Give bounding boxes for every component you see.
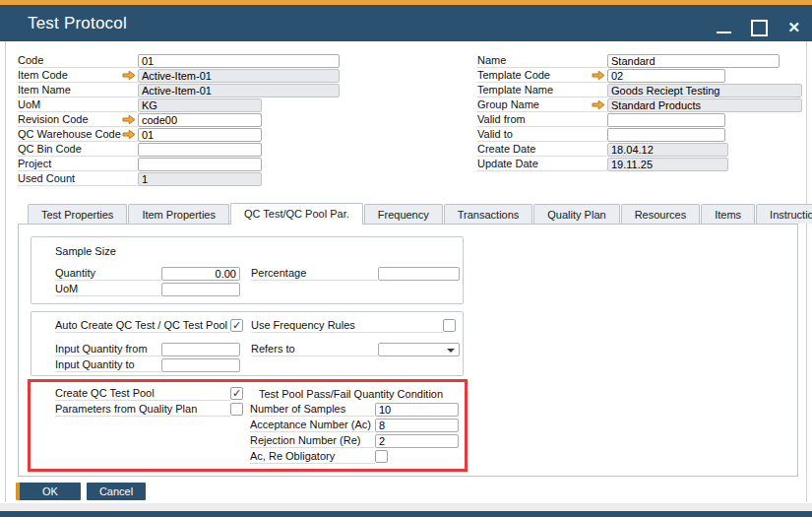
valid-to-input[interactable] bbox=[607, 128, 725, 142]
item-code-link-arrow-icon[interactable] bbox=[122, 70, 136, 81]
tab-instructions[interactable]: Instructions bbox=[756, 204, 812, 224]
field-row-valid-to: Valid to bbox=[477, 127, 802, 142]
item-code-input[interactable] bbox=[138, 69, 340, 83]
qc-warehouse-label: QC Warehouse Code bbox=[18, 128, 121, 140]
window-right-edge bbox=[806, 41, 807, 502]
qty-from-label: Input Quantity from bbox=[55, 343, 148, 355]
tab-quality-plan[interactable]: Quality Plan bbox=[533, 204, 619, 224]
field-row-sample-uom: UoM bbox=[55, 282, 240, 296]
valid-from-input[interactable] bbox=[607, 113, 725, 127]
revision-code-input[interactable] bbox=[138, 113, 262, 127]
auto-create-checkbox[interactable] bbox=[230, 319, 243, 332]
maximize-icon[interactable] bbox=[751, 20, 768, 36]
field-row-params-plan: Parameters from Quality Plan bbox=[55, 402, 243, 417]
field-row-name: Name bbox=[477, 53, 802, 68]
sample-uom-input[interactable] bbox=[161, 283, 240, 296]
update-date-label: Update Date bbox=[477, 158, 538, 169]
auto-create-label: Auto Create QC Test / QC Test Pool bbox=[55, 319, 227, 331]
field-row-qc-warehouse: QC Warehouse Code bbox=[18, 127, 340, 142]
percentage-input[interactable] bbox=[378, 267, 460, 281]
used-count-label: Used Count bbox=[18, 172, 75, 184]
use-frequency-checkbox[interactable] bbox=[443, 319, 456, 332]
create-pool-label: Create QC Test Pool bbox=[55, 387, 155, 399]
cancel-button[interactable]: Cancel bbox=[87, 483, 146, 500]
params-plan-checkbox[interactable] bbox=[230, 403, 243, 416]
template-code-input[interactable] bbox=[607, 69, 725, 83]
qty-from-input[interactable] bbox=[161, 343, 240, 356]
field-row-qty-to: Input Quantity to bbox=[55, 357, 240, 372]
group-name-input[interactable] bbox=[607, 98, 802, 112]
refers-to-dropdown[interactable] bbox=[378, 343, 460, 356]
field-row-template-name: Template Name bbox=[477, 83, 802, 97]
header-left-column: Code Item Code Item Name UoM Revision Co… bbox=[18, 53, 340, 186]
window-controls: ✕ bbox=[717, 18, 800, 37]
item-name-label: Item Name bbox=[18, 84, 71, 96]
name-label: Name bbox=[477, 54, 506, 66]
revision-code-link-arrow-icon[interactable] bbox=[122, 114, 136, 125]
tab-test-properties[interactable]: Test Properties bbox=[28, 204, 127, 224]
field-row-valid-from: Valid from bbox=[477, 112, 802, 127]
field-row-quantity: Quantity bbox=[55, 266, 240, 281]
highlight-box: Create QC Test Pool Parameters from Qual… bbox=[28, 379, 468, 472]
tab-qc-test-qc-pool-par[interactable]: QC Test/QC Pool Par. bbox=[230, 203, 363, 225]
tab-frequency[interactable]: Frequency bbox=[364, 204, 443, 224]
qc-warehouse-link-arrow-icon[interactable] bbox=[122, 129, 136, 140]
ok-button[interactable]: OK bbox=[16, 483, 81, 500]
field-row-item-name: Item Name bbox=[18, 83, 340, 97]
auto-create-group: Auto Create QC Test / QC Test Pool Use F… bbox=[31, 311, 464, 376]
tab-item-properties[interactable]: Item Properties bbox=[128, 204, 229, 224]
code-label: Code bbox=[18, 54, 43, 66]
valid-from-label: Valid from bbox=[477, 113, 526, 125]
qty-to-input[interactable] bbox=[161, 358, 240, 372]
field-row-item-code: Item Code bbox=[18, 68, 340, 83]
field-row-auto-create: Auto Create QC Test / QC Test Pool bbox=[55, 318, 243, 333]
pool-condition-title: Test Pool Pass/Fail Quantity Condition bbox=[259, 388, 443, 400]
titlebar[interactable]: Test Protocol ✕ bbox=[0, 5, 812, 41]
item-code-label: Item Code bbox=[18, 69, 68, 81]
name-input[interactable] bbox=[607, 54, 780, 68]
tab-items[interactable]: Items bbox=[701, 204, 755, 224]
acceptance-input[interactable] bbox=[375, 419, 459, 432]
window-title: Test Protocol bbox=[28, 14, 127, 33]
field-row-group-name: Group Name bbox=[477, 97, 802, 112]
field-row-uom: UoM bbox=[18, 97, 340, 112]
num-samples-label: Number of Samples bbox=[250, 403, 345, 415]
update-date-input[interactable] bbox=[607, 158, 728, 171]
template-code-label: Template Code bbox=[477, 69, 550, 81]
test-protocol-window: Test Protocol ✕ Code Item Code Item Name… bbox=[0, 0, 812, 517]
qc-bin-label: QC Bin Code bbox=[18, 143, 82, 155]
tab-panel: Sample Size Quantity Percentage UoM Auto… bbox=[18, 224, 798, 477]
create-date-input[interactable] bbox=[607, 143, 728, 157]
qc-bin-input[interactable] bbox=[138, 143, 262, 157]
field-row-project: Project bbox=[18, 157, 340, 171]
field-row-create-pool: Create QC Test Pool bbox=[55, 386, 243, 401]
group-name-link-arrow-icon[interactable] bbox=[592, 99, 605, 110]
template-name-input[interactable] bbox=[607, 84, 802, 97]
tab-resources[interactable]: Resources bbox=[621, 204, 701, 224]
uom-input[interactable] bbox=[138, 98, 262, 112]
params-plan-label: Parameters from Quality Plan bbox=[55, 403, 197, 415]
rejection-input[interactable] bbox=[375, 434, 459, 448]
close-icon[interactable]: ✕ bbox=[787, 19, 800, 36]
refers-to-label: Refers to bbox=[251, 343, 295, 355]
item-name-input[interactable] bbox=[138, 84, 340, 97]
window-bottom-bar bbox=[0, 511, 812, 517]
use-frequency-label: Use Frequency Rules bbox=[251, 319, 355, 331]
tab-transactions[interactable]: Transactions bbox=[444, 204, 533, 224]
field-row-qc-bin: QC Bin Code bbox=[18, 142, 340, 157]
header-right-column: Name Template Code Template Name Group N… bbox=[477, 53, 802, 171]
minimize-icon[interactable] bbox=[717, 21, 731, 34]
template-code-link-arrow-icon[interactable] bbox=[592, 70, 605, 81]
chevron-down-icon bbox=[447, 349, 455, 353]
create-pool-checkbox[interactable] bbox=[230, 387, 243, 400]
quantity-input[interactable] bbox=[161, 267, 240, 281]
qc-warehouse-input[interactable] bbox=[138, 128, 262, 142]
code-input[interactable] bbox=[138, 54, 340, 68]
obligatory-checkbox[interactable] bbox=[375, 450, 388, 463]
used-count-input[interactable] bbox=[138, 172, 262, 186]
field-row-update-date: Update Date bbox=[477, 157, 802, 171]
field-row-percentage: Percentage bbox=[251, 266, 460, 281]
field-row-acceptance: Acceptance Number (Ac) bbox=[250, 418, 459, 432]
project-input[interactable] bbox=[138, 158, 262, 171]
num-samples-input[interactable] bbox=[375, 403, 459, 417]
